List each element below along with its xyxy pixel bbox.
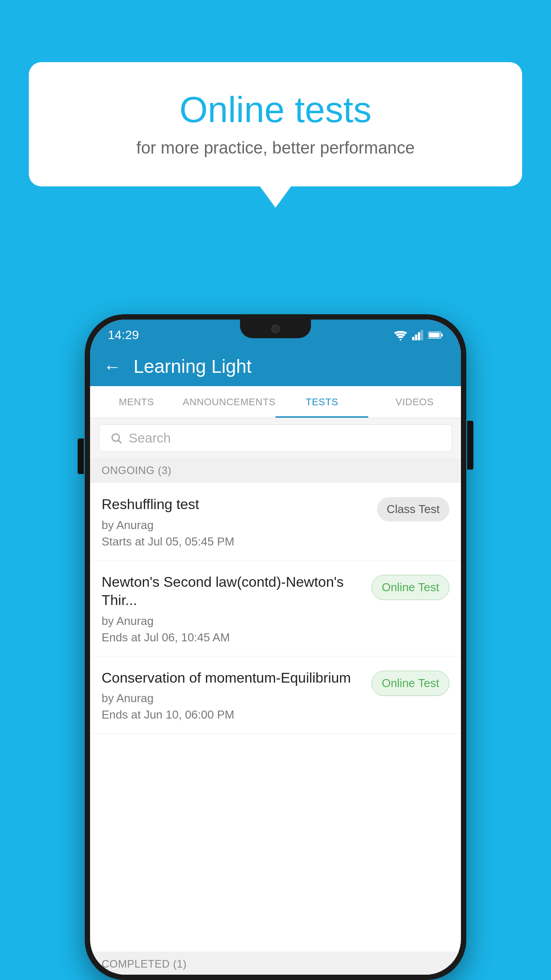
wifi-icon bbox=[394, 330, 408, 340]
svg-rect-6 bbox=[441, 334, 443, 336]
section-completed-header: COMPLETED (1) bbox=[90, 952, 461, 975]
section-ongoing-header: ONGOING (3) bbox=[90, 458, 461, 483]
test-time-1: Starts at Jul 05, 05:45 PM bbox=[102, 535, 368, 549]
app-header: ← Learning Light bbox=[90, 347, 461, 386]
bubble-title: Online tests bbox=[64, 89, 487, 130]
search-icon bbox=[110, 432, 122, 444]
svg-rect-2 bbox=[415, 335, 417, 340]
tab-videos[interactable]: VIDEOS bbox=[368, 386, 461, 418]
test-item-2[interactable]: Newton's Second law(contd)-Newton's Thir… bbox=[90, 561, 461, 656]
svg-rect-7 bbox=[429, 333, 440, 337]
signal-icon bbox=[412, 330, 424, 340]
test-name-2: Newton's Second law(contd)-Newton's Thir… bbox=[102, 573, 362, 610]
search-placeholder: Search bbox=[129, 431, 171, 446]
test-by-1: by Anurag bbox=[102, 518, 368, 532]
section-completed-title: COMPLETED (1) bbox=[102, 958, 187, 970]
test-name-1: Reshuffling test bbox=[102, 495, 368, 514]
test-info-2: Newton's Second law(contd)-Newton's Thir… bbox=[102, 573, 371, 644]
search-container: Search bbox=[90, 418, 461, 458]
badge-online-test-3: Online Test bbox=[371, 671, 449, 696]
front-camera bbox=[271, 324, 280, 333]
svg-rect-3 bbox=[418, 332, 420, 340]
tab-ments[interactable]: MENTS bbox=[90, 386, 183, 418]
speech-bubble-container: Online tests for more practice, better p… bbox=[29, 62, 522, 186]
svg-point-8 bbox=[112, 434, 119, 441]
svg-rect-1 bbox=[412, 337, 414, 340]
battery-icon bbox=[428, 331, 443, 340]
back-button[interactable]: ← bbox=[103, 358, 121, 375]
tabs-bar: MENTS ANNOUNCEMENTS TESTS VIDEOS bbox=[90, 386, 461, 418]
test-by-2: by Anurag bbox=[102, 614, 362, 628]
phone-outer: 14:29 bbox=[85, 314, 466, 980]
test-time-3: Ends at Jun 10, 06:00 PM bbox=[102, 708, 362, 722]
test-info-3: Conservation of momentum-Equilibrium by … bbox=[102, 669, 371, 722]
svg-point-0 bbox=[400, 339, 401, 340]
svg-line-9 bbox=[118, 440, 121, 443]
status-icons bbox=[394, 330, 443, 340]
phone-inner: 14:29 bbox=[90, 320, 461, 975]
tab-tests[interactable]: TESTS bbox=[276, 386, 368, 418]
test-list: Reshuffling test by Anurag Starts at Jul… bbox=[90, 483, 461, 734]
phone-frame: 14:29 bbox=[85, 314, 466, 980]
app-title: Learning Light bbox=[134, 356, 252, 377]
tab-announcements[interactable]: ANNOUNCEMENTS bbox=[183, 386, 276, 418]
test-by-3: by Anurag bbox=[102, 692, 362, 705]
speech-bubble: Online tests for more practice, better p… bbox=[29, 62, 522, 186]
phone-notch bbox=[240, 320, 311, 338]
test-time-2: Ends at Jul 06, 10:45 AM bbox=[102, 631, 362, 644]
svg-rect-4 bbox=[421, 330, 423, 340]
section-ongoing-title: ONGOING (3) bbox=[102, 464, 172, 476]
test-name-3: Conservation of momentum-Equilibrium bbox=[102, 669, 362, 688]
search-bar[interactable]: Search bbox=[99, 424, 452, 452]
badge-online-test-2: Online Test bbox=[371, 575, 449, 600]
test-info-1: Reshuffling test by Anurag Starts at Jul… bbox=[102, 495, 377, 549]
test-item-1[interactable]: Reshuffling test by Anurag Starts at Jul… bbox=[90, 483, 461, 561]
bubble-subtitle: for more practice, better performance bbox=[64, 138, 487, 158]
test-item-3[interactable]: Conservation of momentum-Equilibrium by … bbox=[90, 656, 461, 734]
status-time: 14:29 bbox=[108, 328, 139, 342]
badge-class-test-1: Class Test bbox=[377, 497, 449, 522]
